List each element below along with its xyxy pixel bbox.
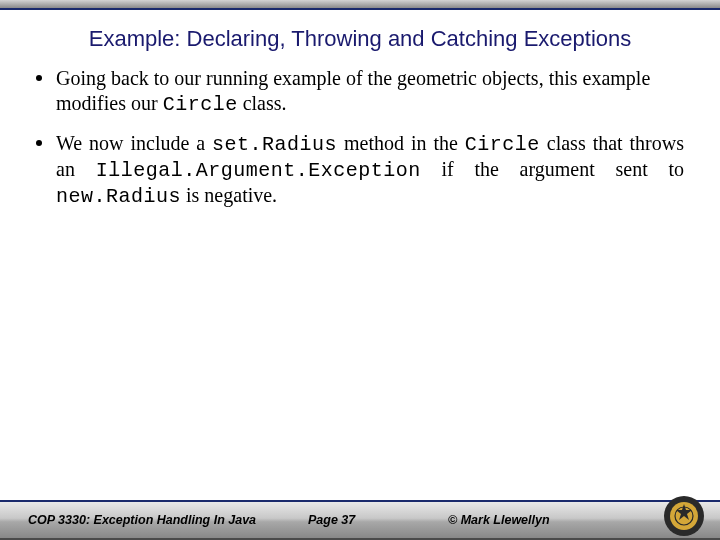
text-fragment: class. bbox=[238, 92, 287, 114]
top-accent-bar bbox=[0, 0, 720, 10]
code-fragment: Circle bbox=[465, 133, 540, 156]
bullet-dot-icon bbox=[36, 140, 42, 146]
bullet-text: We now include a set.Radius method in th… bbox=[56, 131, 684, 209]
code-fragment: Circle bbox=[163, 93, 238, 116]
text-fragment: if the argument sent to bbox=[421, 158, 684, 180]
slide-content: Going back to our running example of the… bbox=[0, 66, 720, 209]
code-fragment: new.Radius bbox=[56, 185, 181, 208]
bullet-dot-icon bbox=[36, 75, 42, 81]
bullet-item: We now include a set.Radius method in th… bbox=[36, 131, 684, 209]
code-fragment: Illegal.Argument.Exception bbox=[96, 159, 421, 182]
text-fragment: is negative. bbox=[181, 184, 277, 206]
footer-course: COP 3330: Exception Handling In Java bbox=[28, 513, 308, 527]
text-fragment: method in the bbox=[337, 132, 465, 154]
slide-title: Example: Declaring, Throwing and Catchin… bbox=[0, 10, 720, 66]
slide-footer: COP 3330: Exception Handling In Java Pag… bbox=[0, 500, 720, 540]
footer-page: Page 37 bbox=[308, 513, 448, 527]
footer-author: © Mark Llewellyn bbox=[448, 513, 608, 527]
text-fragment: Going back to our running example of the… bbox=[56, 67, 650, 114]
ucf-logo-icon bbox=[662, 494, 706, 538]
text-fragment: We now include a bbox=[56, 132, 212, 154]
footer-content: COP 3330: Exception Handling In Java Pag… bbox=[0, 500, 720, 540]
code-fragment: set.Radius bbox=[212, 133, 337, 156]
bullet-item: Going back to our running example of the… bbox=[36, 66, 684, 117]
bullet-text: Going back to our running example of the… bbox=[56, 66, 684, 117]
